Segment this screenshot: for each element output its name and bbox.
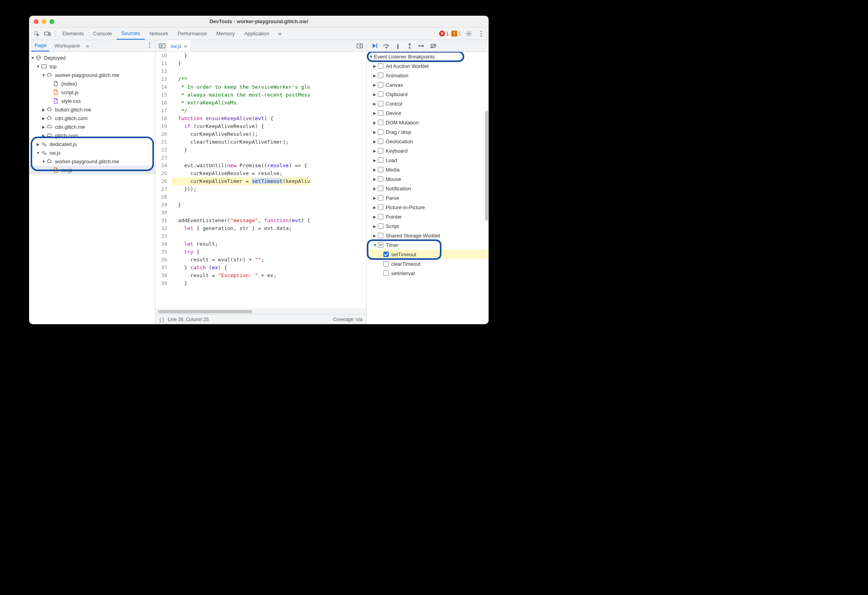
code-editor[interactable]: 1011121314151617181920212223242526272829…: [156, 52, 366, 308]
category-checkbox[interactable]: [378, 176, 383, 182]
breakpoint-setInterval[interactable]: setInterval: [367, 268, 489, 278]
nav-menu-icon[interactable]: [146, 42, 153, 49]
tree-node-dedicated[interactable]: ▶ dedicated.js: [29, 140, 155, 148]
step-over-button[interactable]: [381, 41, 391, 51]
main-tab-elements[interactable]: Elements: [58, 27, 88, 40]
cloud-icon: [46, 124, 53, 130]
category-checkbox[interactable]: [378, 195, 383, 201]
category-checkbox[interactable]: [378, 129, 383, 135]
settings-icon[interactable]: [463, 29, 474, 39]
category-row[interactable]: ▶Pointer: [367, 212, 489, 221]
kebab-menu-icon[interactable]: [476, 29, 486, 39]
tree-node-deployed[interactable]: ▼ Deployed: [29, 53, 155, 62]
category-checkbox[interactable]: [378, 204, 383, 210]
pretty-print-icon[interactable]: { }: [159, 317, 164, 322]
category-checkbox[interactable]: [378, 82, 383, 88]
main-tab-console[interactable]: Console: [88, 27, 117, 40]
category-checkbox[interactable]: [378, 148, 383, 153]
step-button[interactable]: [416, 41, 427, 51]
category-row[interactable]: ▶Drag / drop: [367, 127, 489, 137]
main-tab-application[interactable]: Application: [240, 27, 274, 40]
breakpoint-checkbox[interactable]: [383, 261, 389, 266]
overflow-tabs-icon[interactable]: »: [275, 29, 285, 39]
tree-node-top[interactable]: ▼ top: [29, 62, 155, 71]
error-badge[interactable]: ✕ 1: [439, 31, 449, 37]
tree-file-index[interactable]: (index): [29, 79, 155, 88]
breakpoint-checkbox[interactable]: [383, 252, 389, 257]
category-checkbox[interactable]: [378, 73, 383, 78]
main-tab-memory[interactable]: Memory: [212, 27, 240, 40]
category-checkbox[interactable]: [378, 139, 383, 144]
category-row[interactable]: ▶Clipboard: [367, 89, 489, 99]
tree-node-origin[interactable]: ▶button.glitch.me: [29, 105, 155, 114]
category-row[interactable]: ▶Script: [367, 221, 489, 231]
category-checkbox[interactable]: [378, 233, 383, 238]
deactivate-breakpoints-button[interactable]: [428, 41, 438, 51]
category-row[interactable]: ▶Media: [367, 165, 489, 174]
category-row[interactable]: ▶Keyboard: [367, 146, 489, 155]
editor-horizontal-scrollbar[interactable]: [156, 308, 366, 314]
category-row[interactable]: ▶Geolocation: [367, 137, 489, 146]
breakpoint-clearTimeout[interactable]: clearTimeout: [367, 259, 489, 268]
tree-node-sw-root[interactable]: ▼ sw.js: [29, 148, 155, 157]
category-row[interactable]: ▶Device: [367, 108, 489, 118]
toggle-debugger-icon[interactable]: [355, 41, 365, 51]
main-toolbar: ElementsConsoleSourcesNetworkPerformance…: [29, 27, 489, 40]
event-listener-breakpoints-header[interactable]: ▼ Event Listener Breakpoints: [367, 52, 489, 61]
category-timer[interactable]: ▼ Timer: [367, 240, 489, 250]
tree-node-origin[interactable]: ▶cdn.glitch.me: [29, 122, 155, 131]
category-label: Load: [386, 157, 397, 163]
category-checkbox[interactable]: [378, 214, 383, 219]
category-row[interactable]: ▶Animation: [367, 71, 489, 80]
category-row[interactable]: ▶Notification: [367, 184, 489, 193]
toggle-navigator-icon[interactable]: [157, 41, 167, 51]
tree-file-style[interactable]: style.css: [29, 97, 155, 105]
tree-node-origin[interactable]: ▼ worker-playground.glitch.me: [29, 71, 155, 79]
breakpoint-checkbox[interactable]: [383, 270, 389, 276]
tree-file-sw[interactable]: sw.js: [29, 166, 155, 174]
category-checkbox[interactable]: [378, 120, 383, 125]
category-row[interactable]: ▶DOM Mutation: [367, 118, 489, 127]
category-row[interactable]: ▶Parse: [367, 193, 489, 203]
breakpoint-label: setInterval: [391, 270, 415, 276]
category-row[interactable]: ▶Ad Auction Worklet: [367, 61, 489, 71]
source-code[interactable]: } } /** * In order to keep the ServiceWo…: [171, 52, 310, 287]
category-checkbox[interactable]: [378, 186, 383, 191]
warning-badge[interactable]: ! 1: [451, 31, 461, 37]
category-checkbox[interactable]: [378, 63, 383, 69]
editor-tab-swjs[interactable]: sw.js ×: [167, 40, 190, 51]
sidebar-scrollbar[interactable]: [483, 52, 489, 324]
breakpoint-setTimeout[interactable]: setTimeout: [367, 250, 489, 259]
main-tab-performance[interactable]: Performance: [173, 27, 211, 40]
category-row[interactable]: ▶Control: [367, 99, 489, 108]
main-tab-sources[interactable]: Sources: [117, 27, 145, 40]
main-tab-network[interactable]: Network: [145, 27, 173, 40]
category-checkbox[interactable]: [378, 91, 383, 97]
category-checkbox[interactable]: [378, 110, 383, 116]
category-checkbox[interactable]: [378, 101, 383, 106]
overflow-nav-tabs-icon[interactable]: »: [84, 43, 91, 49]
cloud-icon: [46, 115, 53, 121]
resume-button[interactable]: [369, 41, 379, 51]
category-row[interactable]: ▶Canvas: [367, 80, 489, 89]
step-out-button[interactable]: [405, 41, 415, 51]
category-row[interactable]: ▶Picture-in-Picture: [367, 203, 489, 212]
tree-file-script[interactable]: script.js: [29, 88, 155, 97]
category-row[interactable]: ▶Mouse: [367, 174, 489, 184]
step-into-button[interactable]: [393, 41, 403, 51]
category-checkbox[interactable]: [378, 167, 383, 172]
tree-node-sw-origin[interactable]: ▼ worker-playground.glitch.me: [29, 157, 155, 166]
device-toggle-icon[interactable]: [42, 29, 53, 39]
tree-node-origin[interactable]: ▶glitch.com: [29, 131, 155, 140]
category-row[interactable]: ▶Load: [367, 155, 489, 165]
category-row[interactable]: ▶Shared Storage Worklet: [367, 231, 489, 240]
close-tab-icon[interactable]: ×: [184, 43, 187, 49]
category-checkbox[interactable]: [378, 157, 383, 163]
category-checkbox[interactable]: [378, 223, 383, 229]
page-tab[interactable]: Page: [31, 40, 49, 51]
workspace-tab[interactable]: Workspace: [51, 40, 83, 51]
cursor-position: Line 26, Column 25: [168, 317, 209, 322]
tree-node-origin[interactable]: ▶cdn.glitch.com: [29, 114, 155, 122]
inspect-icon[interactable]: [31, 29, 42, 39]
category-checkbox[interactable]: [378, 242, 383, 248]
